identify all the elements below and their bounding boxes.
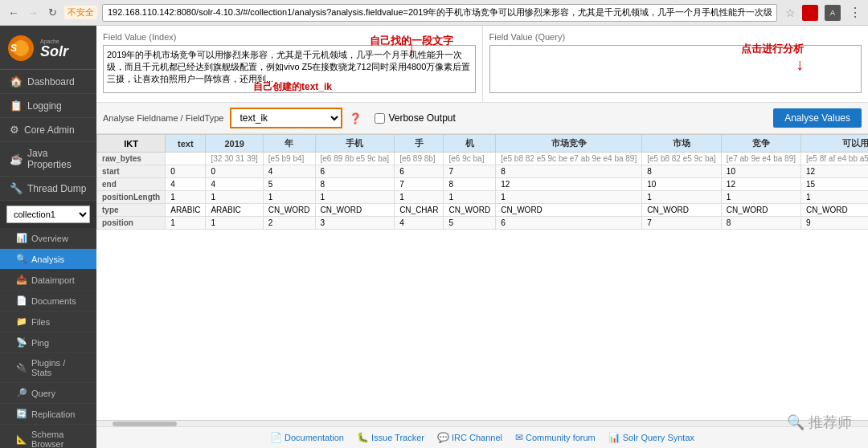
dashboard-icon: 🏠 (10, 75, 23, 88)
core-admin-icon: ⚙ (10, 124, 19, 136)
issue-tracker-link[interactable]: 🐛 Issue Tracker (357, 432, 424, 443)
files-icon: 📁 (16, 316, 27, 327)
col-header-machine: 机 (444, 135, 496, 153)
solr-label: Solr (40, 43, 68, 59)
table-row: type ARABIC ARABIC CN_WORD CN_WORD CN_CH… (97, 204, 869, 217)
sidebar-item-logging[interactable]: 📋 Logging (0, 94, 96, 118)
collection-selector-area: collection1 (0, 201, 96, 228)
col-header-hand: 手 (395, 135, 444, 153)
sidebar-item-java-properties[interactable]: ☕ Java Properties (0, 142, 96, 177)
top-panels: Field Value (Index) Field Value (Query) (96, 26, 868, 103)
schema-icon: 📐 (16, 434, 27, 445)
reload-button[interactable]: ↻ (45, 6, 59, 20)
solr-logo-icon: S (6, 34, 35, 63)
sidebar-item-analysis[interactable]: 🔍 Analysis (0, 249, 96, 270)
replication-icon: 🔄 (16, 409, 27, 419)
irc-channel-link[interactable]: 💬 IRC Channel (437, 432, 502, 443)
fieldtype-select[interactable]: text_ik (230, 108, 342, 128)
col-header-text: text (166, 135, 206, 153)
thread-icon: 🔧 (10, 182, 23, 194)
syntax-icon: 📊 (608, 432, 620, 443)
analysis-controls: Analyse Fieldname / FieldType text_ik ❓ … (96, 103, 868, 134)
right-panel-title: Field Value (Query) (489, 32, 862, 42)
sidebar-navigation: 🏠 Dashboard 📋 Logging ⚙ Core Admin ☕ Jav… (0, 70, 96, 448)
analyse-values-button[interactable]: Analyse Values (773, 108, 862, 128)
extension-icon[interactable] (802, 5, 818, 21)
url-bar[interactable] (102, 4, 777, 22)
field-value-index-input[interactable] (103, 45, 476, 93)
col-header-2019: 2019 (206, 135, 263, 153)
sidebar-item-label: Dashboard (27, 76, 75, 88)
plugins-icon: 🔌 (16, 363, 27, 373)
sidebar-item-dashboard[interactable]: 🏠 Dashboard (0, 70, 96, 94)
bookmark-icon[interactable]: ☆ (785, 6, 796, 19)
col-header-year: 年 (263, 135, 315, 153)
table-row: position 1 1 2 3 4 5 6 7 8 (97, 217, 869, 230)
solr-query-syntax-link[interactable]: 📊 Solr Query Syntax (608, 432, 694, 443)
analysis-icon: 🔍 (16, 254, 27, 264)
security-warning: 不安全 (64, 6, 97, 19)
verbose-checkbox[interactable] (375, 113, 385, 124)
fieldname-label: Analyse Fieldname / FieldType (103, 113, 223, 123)
community-forum-link[interactable]: ✉ Community forum (515, 432, 596, 443)
sidebar-item-dataimport[interactable]: 📥 Dataimport (0, 270, 96, 291)
documentation-link[interactable]: 📄 Documentation (270, 432, 344, 443)
col-header-competition: 竞争 (721, 135, 800, 153)
irc-icon: 💬 (437, 432, 449, 443)
verbose-output-area: Verbose Output (375, 112, 455, 124)
col-header-market: 市场 (642, 135, 722, 153)
sidebar-item-label: Core Admin (24, 124, 75, 136)
sidebar-item-label: Java Properties (27, 148, 87, 170)
row-label-rawbytes: raw_bytes (97, 153, 166, 165)
sidebar-item-files[interactable]: 📁 Files (0, 312, 96, 332)
sidebar-logo: S Apache Solr (0, 26, 96, 70)
panel-right: Field Value (Query) (483, 26, 869, 102)
help-icon[interactable]: ❓ (349, 112, 362, 124)
documents-icon: 📄 (16, 295, 27, 306)
java-icon: ☕ (10, 153, 23, 165)
logging-icon: 📋 (10, 100, 23, 112)
sidebar-item-overview[interactable]: 📊 Overview (0, 228, 96, 249)
left-panel-title: Field Value (Index) (103, 32, 476, 42)
col-header-market-competition: 市场竞争 (496, 135, 642, 153)
sidebar-item-schema-browser[interactable]: 📐 Schema Browser (0, 425, 96, 448)
table-row: start 0 0 4 6 6 7 8 8 10 (97, 165, 869, 178)
issue-tracker-icon: 🐛 (357, 432, 369, 443)
collection-selector[interactable]: collection1 (6, 206, 90, 223)
overview-icon: 📊 (16, 233, 27, 243)
content-area: Field Value (Index) Field Value (Query) … (96, 26, 868, 448)
sidebar-item-core-admin[interactable]: ⚙ Core Admin (0, 118, 96, 142)
community-icon: ✉ (515, 432, 523, 443)
ping-icon: 📡 (16, 337, 27, 348)
sidebar-item-ping[interactable]: 📡 Ping (0, 332, 96, 353)
sidebar-item-replication[interactable]: 🔄 Replication (0, 404, 96, 425)
forward-button[interactable]: → (26, 6, 40, 20)
sidebar-item-documents[interactable]: 📄 Documents (0, 291, 96, 312)
documentation-icon: 📄 (270, 432, 282, 443)
col-header-can-use: 可以用 (801, 135, 868, 153)
col-header-phone: 手机 (315, 135, 395, 153)
scroll-thumb[interactable] (113, 422, 177, 426)
sidebar-item-label: Logging (27, 100, 62, 112)
extension-icon2[interactable]: A (825, 5, 841, 21)
sidebar: S Apache Solr 🏠 Dashboard 📋 Logging ⚙ (0, 26, 96, 448)
field-value-query-input[interactable] (489, 45, 862, 93)
sidebar-item-thread-dump[interactable]: 🔧 Thread Dump (0, 177, 96, 201)
dataimport-icon: 📥 (16, 275, 27, 285)
query-icon: 🔎 (16, 388, 27, 398)
sidebar-item-label: Thread Dump (27, 183, 86, 194)
sidebar-item-query[interactable]: 🔎 Query (0, 383, 96, 404)
browser-bar: ← → ↻ 不安全 ☆ A ⋮ (0, 0, 868, 26)
table-row: positionLength 1 1 1 1 1 1 1 1 1 (97, 191, 869, 204)
scroll-hint (96, 420, 868, 426)
footer: 📄 Documentation 🐛 Issue Tracker 💬 IRC Ch… (96, 426, 868, 448)
analysis-table-container[interactable]: IKT text 2019 年 手机 手 机 市场竞争 市场 竞争 (96, 134, 868, 420)
table-row: end 4 4 5 8 7 8 12 10 12 (97, 178, 869, 191)
col-header-ikt: IKT (97, 135, 166, 153)
back-button[interactable]: ← (6, 6, 21, 20)
table-row: raw_bytes [32 30 31 39] [e5 b9 b4] [e6 8… (97, 153, 869, 165)
panel-left: Field Value (Index) (96, 26, 483, 102)
sidebar-item-plugins[interactable]: 🔌 Plugins / Stats (0, 353, 96, 383)
browser-menu[interactable]: ⋮ (849, 5, 862, 20)
svg-text:S: S (10, 43, 17, 54)
